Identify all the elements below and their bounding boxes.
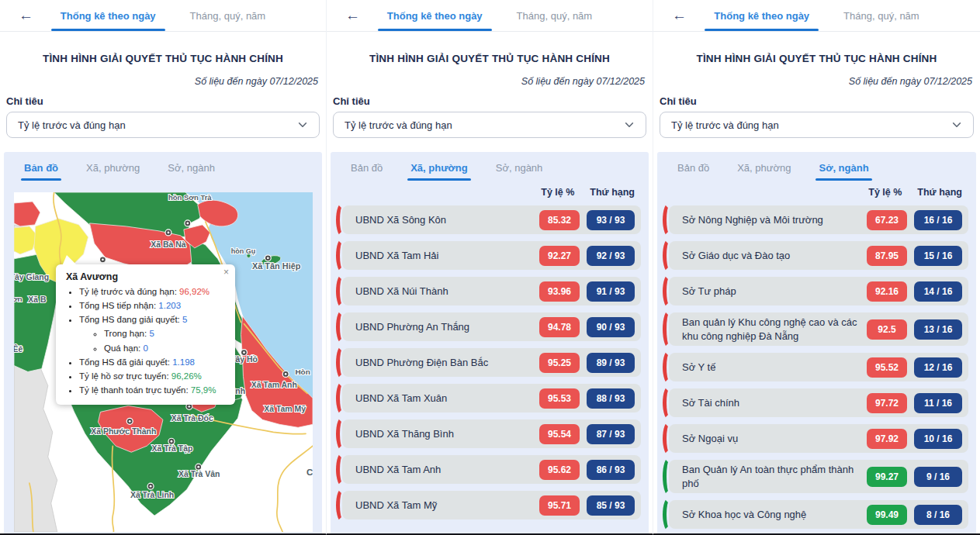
commune-row[interactable]: UBND Xã Tam Mỹ95.7185 / 93 [342, 491, 641, 519]
list-column-headers: Tỷ lệ % Thứ hạng [331, 174, 649, 205]
row-accent-bracket [336, 488, 349, 523]
view-subtabs: Bản đồ Xã, phường Sở, ngành [4, 152, 322, 174]
department-row[interactable]: Sở Ngoại vụ97.9210 / 16 [669, 424, 968, 453]
tooltip-close-icon[interactable]: × [223, 267, 229, 278]
tab-month-quarter-year[interactable]: Tháng, quý, năm [190, 10, 266, 22]
subtab-communes[interactable]: Xã, phường [410, 162, 468, 174]
department-row[interactable]: Ban Quản lý An toàn thực phẩm thành phố9… [669, 460, 968, 493]
commune-row[interactable]: UBND Xã Sông Kôn85.3293 / 93 [342, 205, 641, 234]
map-region-label: Xã Trà Vân [178, 470, 220, 478]
indicator-select[interactable]: Tỷ lệ trước và đúng hạn [660, 112, 974, 138]
indicator-select[interactable]: Tỷ lệ trước và đúng hạn [6, 112, 320, 138]
tab-daily-stats[interactable]: Thống kê theo ngày [61, 10, 156, 22]
department-row[interactable]: Sở Giáo dục và Đào tạo87.9515 / 16 [669, 241, 968, 270]
row-name: Sở Khoa học và Công nghệ [682, 508, 867, 522]
department-row[interactable]: Sở Khoa học và Công nghệ99.498 / 16 [669, 500, 968, 529]
row-name: UBND Xã Núi Thành [355, 285, 539, 299]
subtab-departments[interactable]: Sở, ngành [819, 162, 868, 174]
map-tooltip: × Xã Avương Tỷ lệ trước và đúng hạn: 96,… [56, 264, 235, 405]
view-subtabs: Bản đồ Xã, phường Sở, ngành [331, 152, 649, 174]
row-accent-bracket [336, 309, 349, 344]
subtab-map[interactable]: Bản đồ [351, 162, 383, 174]
row-name: UBND Xã Thăng Bình [355, 427, 539, 441]
subtab-map[interactable]: Bản đồ [24, 162, 58, 174]
rank-badge: 89 / 93 [587, 353, 635, 373]
map-canvas[interactable]: hòn Sơn TràXã Bà Nàhòn GụXã Tân HiệpTây … [14, 192, 313, 532]
row-accent-bracket [663, 309, 676, 349]
tab-daily-stats[interactable]: Thống kê theo ngày [714, 10, 809, 22]
subtab-departments[interactable]: Sở, ngành [496, 162, 543, 174]
panel-departments: ← Thống kê theo ngày Tháng, quý, năm TÌN… [653, 0, 980, 535]
rank-badge: 15 / 16 [914, 246, 962, 266]
row-name: UBND Phường An Thắng [355, 320, 539, 334]
commune-row[interactable]: UBND Xã Núi Thành93.9691 / 93 [342, 277, 641, 305]
row-accent-bracket [336, 416, 349, 451]
department-row[interactable]: Sở Nông Nghiệp và Môi trường67.2316 / 16 [669, 205, 968, 234]
tooltip-stat-value: 1.198 [172, 357, 195, 367]
panel-map: ← Thống kê theo ngày Tháng, quý, năm TÌN… [0, 0, 327, 535]
tab-month-quarter-year[interactable]: Tháng, quý, năm [843, 10, 919, 22]
department-row[interactable]: Sở Tài chính97.7211 / 16 [669, 388, 968, 417]
row-accent-bracket [336, 345, 349, 380]
rate-badge: 87.95 [867, 246, 907, 266]
tooltip-stat-value: 96,92% [179, 287, 210, 296]
map-marker-icon[interactable] [165, 230, 171, 236]
row-accent-bracket [663, 421, 676, 456]
commune-row[interactable]: UBND Xã Thăng Bình95.5487 / 93 [342, 419, 641, 448]
map-marker-icon[interactable] [282, 371, 289, 377]
map-marker-icon[interactable] [265, 255, 271, 261]
map-marker-icon[interactable] [126, 418, 133, 424]
filter-label: Chỉ tiêu [6, 95, 326, 107]
data-date-note: Số liệu đến ngày 07/12/2025 [327, 76, 645, 87]
row-name: UBND Xã Tam Hải [355, 249, 539, 263]
data-date-note: Số liệu đến ngày 07/12/2025 [0, 76, 318, 87]
departments-panel-content: Bản đồ Xã, phường Sở, ngành Tỷ lệ % Thứ … [657, 152, 976, 533]
commune-row[interactable]: UBND Xã Tam Anh95.6286 / 93 [342, 455, 641, 484]
subtab-communes[interactable]: Xã, phường [737, 162, 791, 174]
map-marker-icon[interactable] [185, 220, 191, 226]
column-header-rate: Tỷ lệ % [868, 187, 902, 198]
rank-badge: 16 / 16 [914, 210, 962, 230]
map-marker-icon[interactable] [168, 438, 175, 444]
department-row[interactable]: Ban quản lý Khu công nghệ cao và các khu… [669, 312, 968, 346]
tooltip-stat-value: 0 [144, 343, 148, 353]
map-marker-icon[interactable] [196, 464, 202, 470]
row-name: Sở Tư pháp [682, 285, 867, 299]
column-header-rank: Thứ hạng [917, 187, 962, 198]
rate-badge: 99.27 [867, 467, 907, 487]
rank-badge: 88 / 93 [587, 388, 635, 409]
rank-badge: 92 / 93 [587, 246, 635, 266]
rank-badge: 85 / 93 [587, 495, 635, 516]
row-name: Sở Giáo dục và Đào tạo [682, 249, 867, 263]
commune-row[interactable]: UBND Xã Tam Hải92.2792 / 93 [342, 241, 641, 270]
commune-row[interactable]: UBND Phường Điện Bàn Bắc95.2589 / 93 [342, 348, 641, 377]
department-row[interactable]: Sở Tư pháp92.1614 / 16 [669, 277, 968, 305]
map-region-label: Xã Trà Đốc [171, 414, 213, 423]
main-tabs: Thống kê theo ngày Tháng, quý, năm [653, 0, 980, 32]
row-accent-bracket [336, 238, 349, 273]
chevron-down-icon [624, 119, 635, 130]
data-date-note: Số liệu đến ngày 07/12/2025 [653, 76, 972, 87]
subtab-departments[interactable]: Sở, ngành [168, 162, 215, 174]
tooltip-stat-item: Tổng HS đã giải quyết: 1.198 [79, 355, 227, 369]
department-row[interactable]: Sở Y tế95.5212 / 16 [669, 353, 968, 381]
rank-badge: 14 / 16 [914, 281, 962, 302]
tab-daily-stats[interactable]: Thống kê theo ngày [387, 10, 483, 22]
filter-label: Chỉ tiêu [660, 95, 980, 107]
commune-row[interactable]: UBND Phường An Thắng94.7890 / 93 [342, 312, 641, 341]
row-name: UBND Phường Điện Bàn Bắc [355, 356, 539, 370]
commune-row[interactable]: UBND Xã Tam Xuân95.5388 / 93 [342, 384, 641, 412]
rate-badge: 92.16 [867, 281, 907, 302]
tab-month-quarter-year[interactable]: Tháng, quý, năm [517, 10, 593, 22]
tooltip-stat-item: Tỷ lệ trước và đúng hạn: 96,92% [79, 285, 227, 299]
indicator-select[interactable]: Tỷ lệ trước và đúng hạn [333, 112, 646, 138]
map-marker-icon[interactable] [99, 257, 106, 263]
subtab-communes[interactable]: Xã, phường [86, 162, 140, 174]
map-region-label: Xã Tân Hiệp [252, 261, 301, 271]
map-region-label: Xã Phước Thành [91, 427, 156, 436]
map-marker-icon[interactable] [241, 350, 247, 356]
subtab-map[interactable]: Bản đồ [677, 162, 709, 174]
rate-badge: 94.78 [539, 317, 580, 337]
view-subtabs: Bản đồ Xã, phường Sở, ngành [657, 152, 976, 174]
map-marker-icon[interactable] [147, 483, 154, 489]
